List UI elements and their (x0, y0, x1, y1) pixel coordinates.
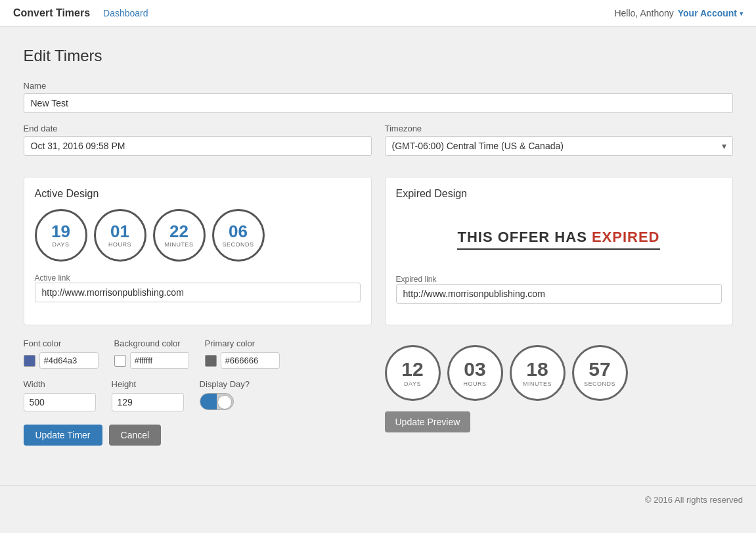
expired-prefix: THIS OFFER HAS (457, 229, 591, 245)
active-design-panel: Active Design 19 DAYS 01 HOURS 22 MINUTE… (24, 177, 372, 325)
display-day-group: Display Day? (200, 379, 250, 410)
active-days-label: DAYS (53, 241, 70, 248)
main-content: Edit Timers Name End date Timezone (GMT-… (11, 27, 746, 485)
update-preview-wrapper: Update Preview (385, 411, 733, 432)
primary-color-label: Primary color (205, 338, 280, 348)
page-title: Edit Timers (24, 47, 733, 65)
bg-color-input[interactable] (130, 352, 189, 369)
preview-countdown: 12 DAYS 03 HOURS 18 MINUTES 57 SECONDS (385, 345, 733, 401)
preview-seconds-label: SECONDS (584, 381, 615, 387)
timezone-label: Timezone (385, 124, 733, 133)
expired-highlight: EXPIRED (592, 229, 660, 245)
date-timezone-row: End date Timezone (GMT-06:00) Central Ti… (24, 124, 733, 166)
active-minutes-number: 22 (169, 223, 189, 240)
preview-minutes-number: 18 (526, 359, 548, 379)
preview-days-number: 12 (401, 359, 423, 379)
active-link-label: Active link (35, 273, 70, 283)
display-day-toggle[interactable] (200, 393, 234, 410)
bg-color-label: Background color (114, 338, 189, 348)
cancel-button[interactable]: Cancel (109, 425, 162, 446)
display-day-label: Display Day? (200, 379, 250, 389)
bg-color-swatch-row (114, 352, 189, 369)
update-timer-button[interactable]: Update Timer (24, 425, 102, 446)
font-color-label: Font color (24, 338, 99, 348)
end-date-group: End date (24, 124, 372, 156)
active-link-group: Active link (35, 272, 361, 302)
account-menu[interactable]: Your Account ▾ (678, 8, 743, 18)
preview-days-circle: 12 DAYS (385, 345, 441, 401)
end-date-input[interactable] (24, 136, 372, 156)
footer: © 2016 All rights reserved (0, 485, 756, 514)
bg-color-group: Background color (114, 338, 189, 369)
expired-link-label: Expired link (396, 275, 437, 284)
active-minutes-circle: 22 MINUTES (153, 209, 206, 262)
navbar-left: Convert Timers Dashboard (13, 7, 148, 19)
width-label: Width (24, 379, 96, 389)
primary-color-swatch-row (205, 352, 280, 369)
primary-color-group: Primary color (205, 338, 280, 369)
font-color-input[interactable] (39, 352, 99, 369)
expired-message: THIS OFFER HAS EXPIRED (457, 229, 659, 250)
hello-text: Hello, Anthony (614, 8, 673, 18)
expired-link-group: Expired link (396, 273, 722, 304)
name-input[interactable] (24, 93, 733, 113)
active-seconds-number: 06 (229, 223, 248, 240)
timezone-group: Timezone (GMT-06:00) Central Time (US & … (385, 124, 733, 156)
preview-days-label: DAYS (404, 381, 421, 387)
account-label: Your Account (678, 8, 737, 18)
end-date-label: End date (24, 124, 372, 133)
height-label: Height (112, 379, 184, 389)
footer-text: © 2016 All rights reserved (645, 495, 743, 505)
active-hours-circle: 01 HOURS (94, 209, 146, 262)
navbar-brand: Convert Timers (13, 7, 90, 19)
navbar: Convert Timers Dashboard Hello, Anthony … (0, 0, 756, 27)
name-group: Name (24, 81, 733, 113)
left-settings: Font color Background color Primary colo… (24, 338, 372, 465)
preview-minutes-circle: 18 MINUTES (510, 345, 566, 401)
width-group: Width (24, 379, 96, 411)
preview-seconds-circle: 57 SECONDS (572, 345, 628, 401)
active-hours-label: HOURS (108, 241, 131, 248)
preview-minutes-label: MINUTES (523, 381, 552, 387)
settings-row: Width Height Display Day? (24, 379, 372, 411)
timezone-select[interactable]: (GMT-06:00) Central Time (US & Canada) (385, 136, 733, 156)
toggle-knob (217, 395, 232, 409)
bg-color-swatch[interactable] (114, 355, 126, 367)
active-days-circle: 19 DAYS (35, 209, 87, 262)
preview-seconds-number: 57 (589, 359, 610, 379)
active-design-title: Active Design (35, 188, 361, 200)
right-preview: 12 DAYS 03 HOURS 18 MINUTES 57 SECONDS U… (385, 338, 733, 465)
primary-color-input[interactable] (221, 352, 280, 369)
preview-hours-circle: 03 HOURS (447, 345, 503, 401)
expired-design-panel: Expired Design THIS OFFER HAS EXPIRED Ex… (385, 177, 733, 325)
update-preview-button[interactable]: Update Preview (385, 411, 471, 432)
bottom-section: Font color Background color Primary colo… (24, 338, 733, 465)
height-group: Height (112, 379, 184, 411)
toggle-wrapper (200, 393, 250, 410)
design-panels-row: Active Design 19 DAYS 01 HOURS 22 MINUTE… (24, 177, 733, 325)
active-hours-number: 01 (110, 223, 129, 240)
primary-color-swatch[interactable] (205, 355, 217, 367)
font-color-swatch-row (24, 352, 99, 369)
active-countdown-row: 19 DAYS 01 HOURS 22 MINUTES 06 SECONDS (35, 209, 361, 262)
font-color-swatch[interactable] (24, 355, 35, 367)
expired-design-title: Expired Design (396, 188, 722, 200)
active-seconds-circle: 06 SECONDS (212, 209, 265, 262)
navbar-right: Hello, Anthony Your Account ▾ (614, 8, 743, 18)
active-minutes-label: MINUTES (165, 241, 194, 248)
font-color-group: Font color (24, 338, 99, 369)
name-label: Name (24, 81, 733, 91)
caret-icon: ▾ (740, 10, 743, 17)
active-days-number: 19 (51, 223, 70, 240)
expired-link-input[interactable] (396, 284, 722, 304)
dashboard-link[interactable]: Dashboard (103, 8, 148, 18)
active-link-input[interactable] (35, 283, 361, 302)
height-input[interactable] (112, 393, 184, 411)
preview-hours-number: 03 (464, 359, 485, 379)
action-buttons: Update Timer Cancel (24, 425, 372, 446)
width-input[interactable] (24, 393, 96, 411)
color-section: Font color Background color Primary colo… (24, 338, 372, 369)
active-seconds-label: SECONDS (222, 241, 254, 248)
timezone-select-wrapper: (GMT-06:00) Central Time (US & Canada) ▾ (385, 136, 733, 156)
preview-hours-label: HOURS (463, 381, 486, 387)
